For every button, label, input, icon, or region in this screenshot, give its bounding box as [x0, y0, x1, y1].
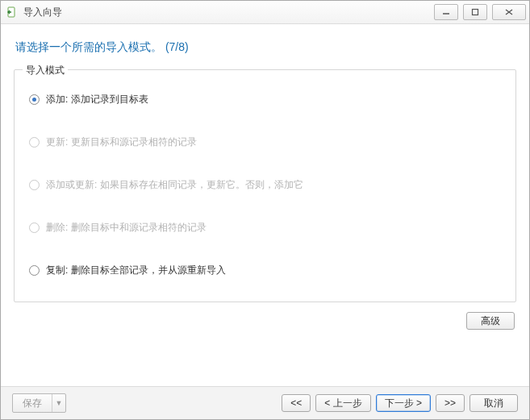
window-title: 导入向导 [23, 6, 62, 19]
radio-label: 更新: 更新目标和源记录相符的记录 [46, 135, 197, 149]
radio-label: 复制: 删除目标全部记录，并从源重新导入 [46, 264, 226, 277]
maximize-icon [471, 8, 479, 16]
last-button[interactable]: >> [436, 394, 465, 412]
radio-option-update: 更新: 更新目标和源记录相符的记录 [29, 135, 501, 149]
footer-bar: 保存 ▼ << < 上一步 下一步 > >> 取消 [1, 386, 529, 419]
radio-icon [29, 180, 40, 190]
radio-icon [29, 94, 40, 105]
advanced-button-label: 高级 [481, 314, 500, 328]
radio-label: 添加: 添加记录到目标表 [46, 93, 148, 106]
import-mode-group: 导入模式 添加: 添加记录到目标表 更新: 更新目标和源记录相符的记录 添加或更… [14, 69, 516, 302]
maximize-button[interactable] [463, 4, 487, 20]
last-button-label: >> [444, 397, 456, 409]
svg-rect-2 [473, 10, 478, 15]
minimize-button[interactable] [434, 4, 458, 20]
radio-option-copy[interactable]: 复制: 删除目标全部记录，并从源重新导入 [29, 264, 501, 277]
page-heading: 请选择一个所需的导入模式。 (7/8) [15, 40, 515, 55]
next-button[interactable]: 下一步 > [376, 394, 431, 412]
radio-option-upsert: 添加或更新: 如果目标存在相同记录，更新它。否则，添加它 [29, 178, 501, 192]
radio-option-delete: 删除: 删除目标中和源记录相符的记录 [29, 221, 501, 235]
cancel-button[interactable]: 取消 [469, 394, 518, 412]
back-button-label: < 上一步 [324, 397, 361, 410]
radio-label: 删除: 删除目标中和源记录相符的记录 [46, 221, 207, 235]
radio-option-add[interactable]: 添加: 添加记录到目标表 [29, 93, 501, 106]
back-button[interactable]: < 上一步 [315, 394, 370, 412]
next-button-label: 下一步 > [385, 397, 422, 410]
radio-icon [29, 137, 40, 148]
chevron-down-icon: ▼ [52, 394, 65, 412]
save-button-label: 保存 [13, 397, 52, 410]
advanced-button[interactable]: 高级 [466, 312, 515, 330]
group-legend: 导入模式 [23, 64, 68, 77]
first-button[interactable]: << [282, 394, 311, 412]
wizard-window: 导入向导 请选择一个所需的导入模式。 (7/8) 导入模式 添加: 添加记录到目… [0, 0, 530, 420]
radio-icon [29, 222, 40, 233]
content-area: 请选择一个所需的导入模式。 (7/8) 导入模式 添加: 添加记录到目标表 更新… [1, 24, 529, 386]
radio-icon [29, 265, 40, 276]
close-icon [504, 8, 514, 16]
cancel-button-label: 取消 [484, 397, 503, 410]
window-controls [434, 4, 526, 20]
app-icon [6, 6, 19, 19]
radio-label: 添加或更新: 如果目标存在相同记录，更新它。否则，添加它 [46, 178, 303, 192]
minimize-icon [442, 8, 450, 16]
save-split-button[interactable]: 保存 ▼ [12, 393, 66, 413]
titlebar: 导入向导 [1, 1, 529, 24]
first-button-label: << [290, 397, 302, 409]
close-button[interactable] [492, 4, 526, 20]
